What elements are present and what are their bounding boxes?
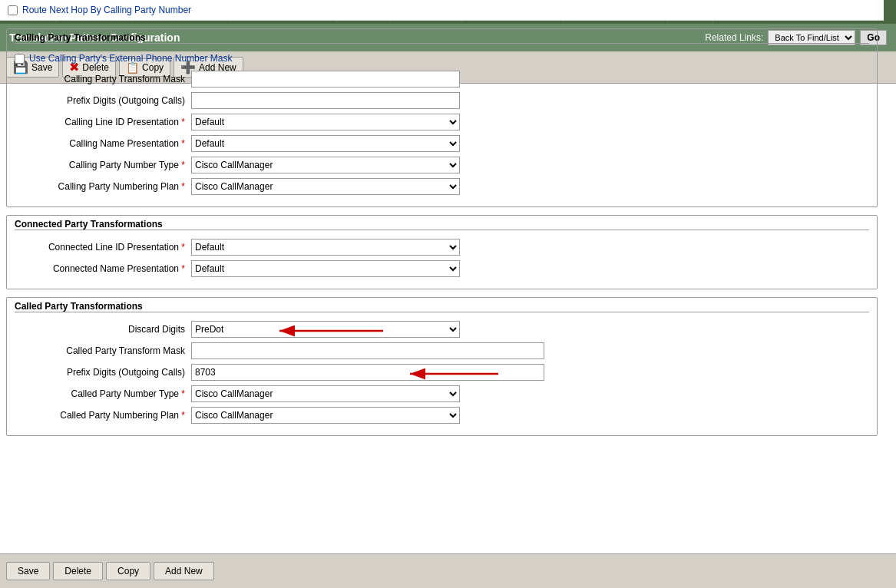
name-asterisk: * (179, 138, 185, 149)
called-transform-mask-input[interactable] (191, 342, 544, 359)
calling-numbering-plan-select[interactable]: Cisco CallManager Cisco CallManager (191, 178, 460, 195)
called-number-type-label: Called Party Number Type * (15, 388, 191, 399)
connected-line-id-row: Connected Line ID Presentation * Default… (15, 238, 869, 256)
called-number-type-row: Called Party Number Type * Cisco CallMan… (15, 385, 869, 403)
connected-name-row: Connected Name Presentation * Default De… (15, 259, 869, 278)
called-numbering-plan-label: Called Party Numbering Plan * (15, 410, 191, 421)
use-mask-checkbox[interactable] (15, 54, 25, 64)
calling-numbering-plan-label: Calling Party Numbering Plan * (15, 181, 191, 192)
bottom-add-new-button[interactable]: Add New (154, 562, 214, 580)
connected-party-title: Connected Party Transformations (15, 219, 163, 230)
connected-party-body: Connected Line ID Presentation * Default… (7, 235, 877, 289)
prefix-digits-row: Prefix Digits (Outgoing Calls) (15, 91, 869, 110)
called-transform-mask-row: Called Party Transform Mask (15, 342, 869, 360)
route-hop-row: Route Next Hop By Calling Party Number (0, 0, 884, 21)
clid-presentation-row: Calling Line ID Presentation * Default D… (15, 113, 869, 131)
called-party-section: Called Party Transformations Discard Dig… (6, 297, 878, 436)
clid-presentation-select[interactable]: Default Default (191, 114, 460, 130)
connected-party-section: Connected Party Transformations Connecte… (6, 215, 878, 289)
clid-asterisk: * (179, 117, 185, 127)
content-area[interactable]: Route Next Hop By Calling Party Number C… (0, 0, 884, 553)
prefix-digits-input[interactable] (191, 92, 460, 109)
use-mask-row: Use Calling Party's External Phone Numbe… (15, 51, 869, 65)
bottom-spacer (0, 444, 884, 451)
bottom-copy-button[interactable]: Copy (106, 562, 150, 580)
page-wrapper: System ▼ Call Routing ▼ Media Resources … (0, 0, 896, 588)
bottom-save-button[interactable]: Save (6, 562, 50, 580)
clid-presentation-label: Calling Line ID Presentation * (15, 117, 191, 127)
called-numbering-asterisk: * (179, 410, 185, 421)
transform-mask-row: Calling Party Transform Mask (15, 70, 869, 88)
connected-line-id-select[interactable]: Default Default (191, 239, 460, 256)
called-prefix-digits-label: Prefix Digits (Outgoing Calls) (15, 367, 191, 378)
connected-name-label: Connected Name Presentation * (15, 263, 191, 274)
called-transform-mask-label: Called Party Transform Mask (15, 345, 191, 356)
number-type-asterisk: * (179, 160, 185, 170)
calling-number-type-row: Calling Party Number Type * Cisco CallMa… (15, 156, 869, 174)
prefix-digits-label: Prefix Digits (Outgoing Calls) (15, 95, 191, 106)
bottom-delete-button[interactable]: Delete (53, 562, 103, 580)
called-prefix-digits-row: Prefix Digits (Outgoing Calls) (15, 363, 869, 382)
called-party-title: Called Party Transformations (15, 301, 143, 312)
connected-line-id-label: Connected Line ID Presentation * (15, 242, 191, 253)
transform-mask-input[interactable] (191, 71, 460, 88)
name-presentation-select[interactable]: Default Default (191, 135, 460, 152)
calling-party-section: Calling Party Transformations Use Callin… (6, 28, 878, 207)
called-number-asterisk: * (179, 388, 185, 399)
called-number-type-select[interactable]: Cisco CallManager Cisco CallManager (191, 385, 460, 402)
calling-party-body: Use Calling Party's External Phone Numbe… (7, 48, 877, 206)
called-party-body: Discard Digits PreDot PreDot None Called… (7, 317, 877, 435)
name-presentation-label: Calling Name Presentation * (15, 138, 191, 149)
connected-name-select[interactable]: Default Default (191, 260, 460, 277)
called-prefix-digits-input[interactable] (191, 364, 544, 381)
discard-digits-label: Discard Digits (15, 324, 191, 335)
calling-number-type-label: Calling Party Number Type * (15, 160, 191, 170)
calling-number-type-select[interactable]: Cisco CallManager Cisco CallManager (191, 157, 460, 173)
calling-party-title: Calling Party Transformations (15, 32, 146, 43)
connected-name-asterisk: * (179, 263, 185, 274)
connected-line-asterisk: * (179, 242, 185, 253)
called-numbering-plan-select[interactable]: Cisco CallManager Cisco CallManager (191, 407, 460, 424)
bottom-toolbar: Save Delete Copy Add New (0, 553, 896, 588)
use-mask-label: Use Calling Party's External Phone Numbe… (29, 53, 232, 64)
calling-numbering-plan-row: Calling Party Numbering Plan * Cisco Cal… (15, 177, 869, 196)
name-presentation-row: Calling Name Presentation * Default Defa… (15, 134, 869, 153)
discard-digits-select[interactable]: PreDot PreDot None (191, 321, 460, 338)
discard-digits-row: Discard Digits PreDot PreDot None (15, 320, 869, 339)
numbering-plan-asterisk: * (179, 181, 185, 192)
route-hop-label: Route Next Hop By Calling Party Number (22, 5, 191, 15)
called-numbering-plan-row: Called Party Numbering Plan * Cisco Call… (15, 406, 869, 424)
transform-mask-label: Calling Party Transform Mask (15, 74, 191, 84)
route-hop-checkbox[interactable] (8, 5, 18, 15)
